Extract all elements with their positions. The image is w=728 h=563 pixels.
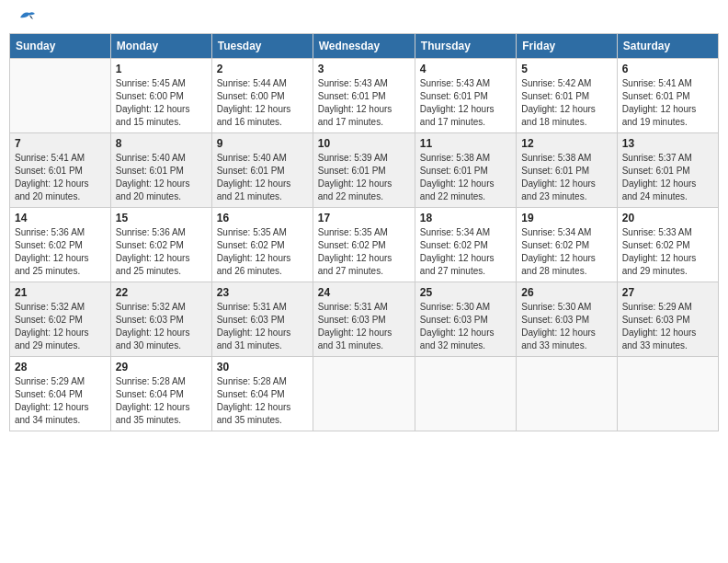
calendar-cell: 28Sunrise: 5:29 AMSunset: 6:04 PMDayligh… bbox=[10, 357, 111, 431]
day-number: 7 bbox=[15, 137, 106, 150]
calendar-cell bbox=[617, 357, 718, 431]
calendar-cell: 12Sunrise: 5:38 AMSunset: 6:01 PMDayligh… bbox=[517, 133, 617, 208]
calendar-cell: 23Sunrise: 5:31 AMSunset: 6:03 PMDayligh… bbox=[211, 282, 313, 357]
calendar-cell: 15Sunrise: 5:36 AMSunset: 6:02 PMDayligh… bbox=[110, 208, 211, 282]
day-number: 25 bbox=[420, 286, 511, 299]
day-info: Sunrise: 5:29 AMSunset: 6:03 PMDaylight:… bbox=[622, 301, 713, 352]
day-info: Sunrise: 5:38 AMSunset: 6:01 PMDaylight:… bbox=[420, 152, 511, 203]
column-header-tuesday: Tuesday bbox=[211, 34, 313, 59]
calendar-cell: 9Sunrise: 5:40 AMSunset: 6:01 PMDaylight… bbox=[211, 133, 313, 208]
day-number: 19 bbox=[521, 212, 611, 224]
day-number: 8 bbox=[116, 137, 207, 150]
calendar-cell: 13Sunrise: 5:37 AMSunset: 6:01 PMDayligh… bbox=[617, 133, 718, 208]
calendar-cell: 21Sunrise: 5:32 AMSunset: 6:02 PMDayligh… bbox=[10, 282, 111, 357]
calendar-week-3: 14Sunrise: 5:36 AMSunset: 6:02 PMDayligh… bbox=[10, 208, 719, 282]
day-info: Sunrise: 5:34 AMSunset: 6:02 PMDaylight:… bbox=[521, 226, 611, 278]
logo-bird-icon bbox=[17, 9, 37, 26]
day-info: Sunrise: 5:40 AMSunset: 6:01 PMDaylight:… bbox=[217, 152, 308, 203]
day-number: 20 bbox=[622, 212, 713, 224]
day-info: Sunrise: 5:43 AMSunset: 6:01 PMDaylight:… bbox=[420, 77, 511, 129]
calendar-cell: 5Sunrise: 5:42 AMSunset: 6:01 PMDaylight… bbox=[517, 59, 617, 133]
day-number: 17 bbox=[318, 212, 410, 224]
calendar-cell bbox=[313, 357, 415, 431]
calendar-cell: 20Sunrise: 5:33 AMSunset: 6:02 PMDayligh… bbox=[617, 208, 718, 282]
calendar-cell: 7Sunrise: 5:41 AMSunset: 6:01 PMDaylight… bbox=[10, 133, 111, 208]
calendar-week-1: 1Sunrise: 5:45 AMSunset: 6:00 PMDaylight… bbox=[10, 59, 719, 133]
calendar-cell: 19Sunrise: 5:34 AMSunset: 6:02 PMDayligh… bbox=[517, 208, 617, 282]
calendar-cell: 22Sunrise: 5:32 AMSunset: 6:03 PMDayligh… bbox=[110, 282, 211, 357]
day-info: Sunrise: 5:37 AMSunset: 6:01 PMDaylight:… bbox=[622, 152, 713, 203]
day-info: Sunrise: 5:32 AMSunset: 6:03 PMDaylight:… bbox=[116, 301, 207, 352]
day-info: Sunrise: 5:42 AMSunset: 6:01 PMDaylight:… bbox=[521, 77, 611, 129]
calendar-cell: 4Sunrise: 5:43 AMSunset: 6:01 PMDaylight… bbox=[415, 59, 516, 133]
calendar-cell: 25Sunrise: 5:30 AMSunset: 6:03 PMDayligh… bbox=[415, 282, 516, 357]
calendar-cell: 26Sunrise: 5:30 AMSunset: 6:03 PMDayligh… bbox=[517, 282, 617, 357]
day-number: 2 bbox=[217, 63, 308, 75]
day-info: Sunrise: 5:33 AMSunset: 6:02 PMDaylight:… bbox=[622, 226, 713, 278]
day-number: 22 bbox=[116, 286, 207, 299]
column-header-sunday: Sunday bbox=[10, 34, 111, 59]
calendar-cell: 8Sunrise: 5:40 AMSunset: 6:01 PMDaylight… bbox=[110, 133, 211, 208]
day-number: 21 bbox=[15, 286, 106, 299]
day-number: 15 bbox=[116, 212, 207, 224]
day-number: 16 bbox=[217, 212, 308, 224]
day-info: Sunrise: 5:32 AMSunset: 6:02 PMDaylight:… bbox=[15, 301, 106, 352]
day-number: 13 bbox=[622, 137, 713, 150]
column-header-friday: Friday bbox=[517, 34, 617, 59]
calendar-header-row: SundayMondayTuesdayWednesdayThursdayFrid… bbox=[10, 34, 719, 59]
column-header-thursday: Thursday bbox=[415, 34, 516, 59]
day-number: 24 bbox=[318, 286, 410, 299]
day-number: 1 bbox=[116, 63, 207, 75]
day-number: 9 bbox=[217, 137, 308, 150]
day-number: 23 bbox=[217, 286, 308, 299]
calendar-cell: 24Sunrise: 5:31 AMSunset: 6:03 PMDayligh… bbox=[313, 282, 415, 357]
calendar-cell bbox=[517, 357, 617, 431]
day-number: 10 bbox=[318, 137, 410, 150]
day-number: 27 bbox=[622, 286, 713, 299]
column-header-wednesday: Wednesday bbox=[313, 34, 415, 59]
day-number: 29 bbox=[116, 361, 207, 373]
calendar-week-5: 28Sunrise: 5:29 AMSunset: 6:04 PMDayligh… bbox=[10, 357, 719, 431]
column-header-monday: Monday bbox=[110, 34, 211, 59]
day-info: Sunrise: 5:43 AMSunset: 6:01 PMDaylight:… bbox=[318, 77, 410, 129]
day-info: Sunrise: 5:38 AMSunset: 6:01 PMDaylight:… bbox=[521, 152, 611, 203]
calendar-cell: 18Sunrise: 5:34 AMSunset: 6:02 PMDayligh… bbox=[415, 208, 516, 282]
day-info: Sunrise: 5:31 AMSunset: 6:03 PMDaylight:… bbox=[318, 301, 410, 352]
day-number: 5 bbox=[521, 63, 611, 75]
calendar-week-2: 7Sunrise: 5:41 AMSunset: 6:01 PMDaylight… bbox=[10, 133, 719, 208]
calendar-cell: 30Sunrise: 5:28 AMSunset: 6:04 PMDayligh… bbox=[211, 357, 313, 431]
day-number: 12 bbox=[521, 137, 611, 150]
calendar-cell: 14Sunrise: 5:36 AMSunset: 6:02 PMDayligh… bbox=[10, 208, 111, 282]
day-info: Sunrise: 5:34 AMSunset: 6:02 PMDaylight:… bbox=[420, 226, 511, 278]
day-number: 26 bbox=[521, 286, 611, 299]
day-info: Sunrise: 5:35 AMSunset: 6:02 PMDaylight:… bbox=[318, 226, 410, 278]
calendar-week-4: 21Sunrise: 5:32 AMSunset: 6:02 PMDayligh… bbox=[10, 282, 719, 357]
day-number: 28 bbox=[15, 361, 106, 373]
calendar-cell bbox=[10, 59, 111, 133]
calendar-cell: 3Sunrise: 5:43 AMSunset: 6:01 PMDaylight… bbox=[313, 59, 415, 133]
calendar-cell bbox=[415, 357, 516, 431]
day-number: 6 bbox=[622, 63, 713, 75]
day-info: Sunrise: 5:29 AMSunset: 6:04 PMDaylight:… bbox=[15, 375, 106, 427]
day-number: 14 bbox=[15, 212, 106, 224]
logo bbox=[15, 13, 37, 22]
day-number: 11 bbox=[420, 137, 511, 150]
day-info: Sunrise: 5:41 AMSunset: 6:01 PMDaylight:… bbox=[15, 152, 106, 203]
day-info: Sunrise: 5:31 AMSunset: 6:03 PMDaylight:… bbox=[217, 301, 308, 352]
day-info: Sunrise: 5:28 AMSunset: 6:04 PMDaylight:… bbox=[116, 375, 207, 427]
day-info: Sunrise: 5:39 AMSunset: 6:01 PMDaylight:… bbox=[318, 152, 410, 203]
calendar-cell: 1Sunrise: 5:45 AMSunset: 6:00 PMDaylight… bbox=[110, 59, 211, 133]
day-info: Sunrise: 5:35 AMSunset: 6:02 PMDaylight:… bbox=[217, 226, 308, 278]
day-info: Sunrise: 5:30 AMSunset: 6:03 PMDaylight:… bbox=[420, 301, 511, 352]
day-info: Sunrise: 5:28 AMSunset: 6:04 PMDaylight:… bbox=[217, 375, 308, 427]
calendar-cell: 27Sunrise: 5:29 AMSunset: 6:03 PMDayligh… bbox=[617, 282, 718, 357]
day-info: Sunrise: 5:36 AMSunset: 6:02 PMDaylight:… bbox=[15, 226, 106, 278]
calendar-table: SundayMondayTuesdayWednesdayThursdayFrid… bbox=[9, 33, 719, 431]
calendar-cell: 16Sunrise: 5:35 AMSunset: 6:02 PMDayligh… bbox=[211, 208, 313, 282]
day-number: 30 bbox=[217, 361, 308, 373]
calendar-cell: 2Sunrise: 5:44 AMSunset: 6:00 PMDaylight… bbox=[211, 59, 313, 133]
day-info: Sunrise: 5:40 AMSunset: 6:01 PMDaylight:… bbox=[116, 152, 207, 203]
page-header bbox=[9, 9, 719, 26]
day-number: 4 bbox=[420, 63, 511, 75]
column-header-saturday: Saturday bbox=[617, 34, 718, 59]
